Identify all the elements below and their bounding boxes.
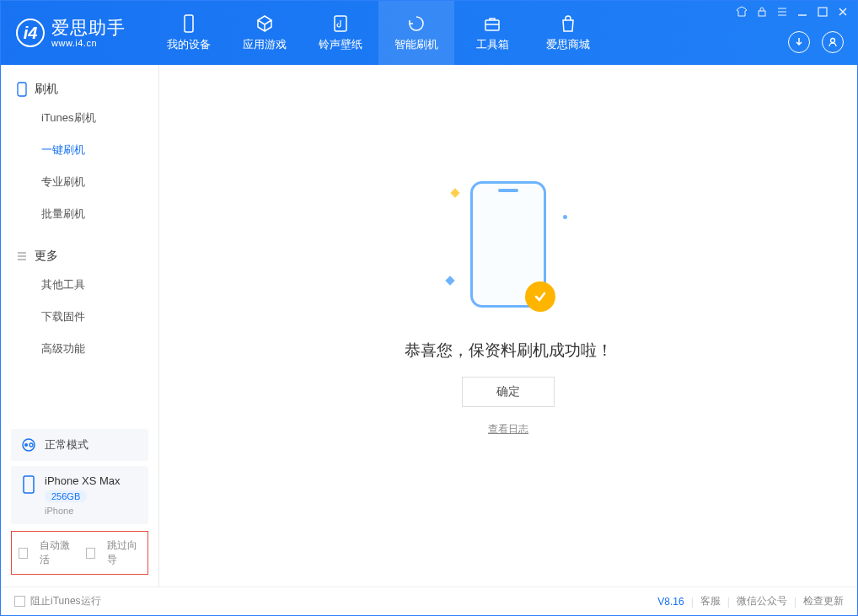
lock-icon[interactable] xyxy=(756,6,768,18)
app-header: i4 爱思助手 www.i4.cn 我的设备 应用游戏 铃声壁纸 智能刷机 工具… xyxy=(1,1,857,65)
footer-wechat-link[interactable]: 微信公众号 xyxy=(737,594,787,608)
block-itunes-checkbox[interactable] xyxy=(14,596,25,607)
minimize-icon[interactable] xyxy=(796,6,808,18)
shopping-bag-icon xyxy=(558,13,578,34)
view-log-link[interactable]: 查看日志 xyxy=(488,422,528,437)
tab-my-device[interactable]: 我的设备 xyxy=(151,1,227,65)
tab-label: 智能刷机 xyxy=(394,37,438,52)
footer-update-link[interactable]: 检查更新 xyxy=(803,594,844,608)
svg-rect-2 xyxy=(485,20,499,30)
app-logo: i4 爱思助手 www.i4.cn xyxy=(16,18,126,47)
tab-label: 铃声壁纸 xyxy=(319,37,362,52)
list-icon xyxy=(16,250,28,262)
section-title: 刷机 xyxy=(35,82,58,97)
skip-guide-checkbox[interactable] xyxy=(86,548,95,559)
tab-label: 爱思商城 xyxy=(546,37,590,52)
menu-icon[interactable] xyxy=(776,6,788,18)
footer: 阻止iTunes运行 V8.16 | 客服 | 微信公众号 | 检查更新 xyxy=(1,587,857,615)
sidebar-item-download-firmware[interactable]: 下载固件 xyxy=(1,301,158,333)
auto-activate-label: 自动激活 xyxy=(40,538,73,567)
user-button[interactable] xyxy=(822,31,844,53)
tab-smart-flash[interactable]: 智能刷机 xyxy=(378,1,454,65)
highlighted-options-row: 自动激活 跳过向导 xyxy=(11,531,148,575)
app-subtitle: www.i4.cn xyxy=(51,38,126,48)
window-controls xyxy=(736,6,849,18)
device-icon xyxy=(16,82,28,97)
svg-point-5 xyxy=(831,39,835,43)
version-label: V8.16 xyxy=(657,596,684,608)
sidebar-item-itunes-flash[interactable]: iTunes刷机 xyxy=(1,102,158,134)
close-icon[interactable] xyxy=(837,6,849,18)
sidebar: 刷机 iTunes刷机 一键刷机 专业刷机 批量刷机 更多 其他工具 下载固件 … xyxy=(1,65,159,587)
device-name: iPhone XS Max xyxy=(45,474,121,487)
download-button[interactable] xyxy=(788,31,810,53)
sidebar-section-more: 更多 xyxy=(1,244,158,269)
success-message: 恭喜您，保资料刷机成功啦！ xyxy=(405,340,613,362)
header-actions xyxy=(788,31,844,53)
svg-rect-3 xyxy=(759,11,765,16)
phone-icon xyxy=(179,13,199,34)
svg-rect-10 xyxy=(24,476,34,493)
cube-icon xyxy=(255,13,275,34)
svg-point-8 xyxy=(24,443,28,447)
sidebar-item-advanced[interactable]: 高级功能 xyxy=(1,333,158,365)
success-illustration xyxy=(470,181,546,308)
tab-apps-games[interactable]: 应用游戏 xyxy=(227,1,303,65)
tab-store[interactable]: 爱思商城 xyxy=(530,1,606,65)
svg-point-9 xyxy=(29,443,33,447)
device-box[interactable]: iPhone XS Max 256GB iPhone xyxy=(11,466,148,524)
mode-icon xyxy=(21,437,36,453)
shirt-icon[interactable] xyxy=(736,6,748,18)
svg-rect-4 xyxy=(818,8,827,16)
music-file-icon xyxy=(330,13,351,34)
section-title: 更多 xyxy=(35,249,58,264)
tab-label: 应用游戏 xyxy=(243,37,287,52)
device-type: iPhone xyxy=(45,506,121,516)
mode-box[interactable]: 正常模式 xyxy=(11,429,148,461)
footer-support-link[interactable]: 客服 xyxy=(700,594,721,608)
svg-rect-6 xyxy=(18,83,26,96)
toolbox-icon xyxy=(482,13,502,34)
tab-ringtones[interactable]: 铃声壁纸 xyxy=(303,1,378,65)
skip-guide-label: 跳过向导 xyxy=(107,538,141,567)
capacity-badge: 256GB xyxy=(45,490,87,502)
logo-icon: i4 xyxy=(16,19,45,47)
tab-label: 工具箱 xyxy=(476,37,509,52)
maximize-icon[interactable] xyxy=(817,6,829,18)
check-badge-icon xyxy=(525,281,555,312)
tab-toolbox[interactable]: 工具箱 xyxy=(454,1,530,65)
refresh-shield-icon xyxy=(406,13,426,34)
sidebar-item-other-tools[interactable]: 其他工具 xyxy=(1,269,158,301)
auto-activate-checkbox[interactable] xyxy=(19,548,28,559)
block-itunes-label: 阻止iTunes运行 xyxy=(30,594,101,608)
sidebar-item-oneclick-flash[interactable]: 一键刷机 xyxy=(1,134,158,166)
svg-rect-0 xyxy=(185,15,193,32)
app-title: 爱思助手 xyxy=(51,18,126,37)
mode-label: 正常模式 xyxy=(45,437,88,453)
ok-button[interactable]: 确定 xyxy=(462,377,555,407)
main-content: 恭喜您，保资料刷机成功啦！ 确定 查看日志 xyxy=(159,65,857,587)
phone-icon xyxy=(21,474,36,495)
sidebar-item-batch-flash[interactable]: 批量刷机 xyxy=(1,198,158,230)
sidebar-section-flash: 刷机 xyxy=(1,77,158,102)
sidebar-item-pro-flash[interactable]: 专业刷机 xyxy=(1,166,158,198)
nav-tabs: 我的设备 应用游戏 铃声壁纸 智能刷机 工具箱 爱思商城 xyxy=(151,1,606,65)
tab-label: 我的设备 xyxy=(167,37,211,52)
